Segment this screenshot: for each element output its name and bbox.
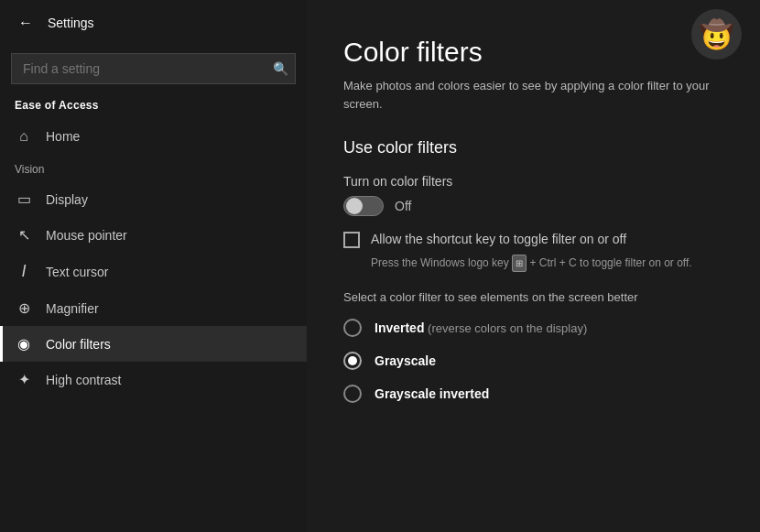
back-icon: ← [18,15,33,31]
search-input[interactable] [11,53,296,84]
filter-option-grayscale[interactable]: Grayscale [343,352,723,370]
sidebar-item-label: High contrast [46,373,121,387]
shortcut-hint: Press the Windows logo key ⊞ + Ctrl + C … [371,255,723,272]
search-icon-button[interactable]: 🔍 [273,61,288,76]
shortcut-checkbox-label: Allow the shortcut key to toggle filter … [371,231,626,249]
sidebar-item-label: Color filters [46,337,111,352]
sidebar-item-text-cursor[interactable]: I Text cursor [0,253,307,290]
search-icon: 🔍 [273,61,288,76]
title-bar: ← Settings [0,0,307,46]
radio-grayscale-inverted [343,385,362,403]
radio-inverted [343,319,362,337]
use-color-filters-heading: Use color filters [343,138,723,157]
text-cursor-icon: I [15,262,33,281]
vision-section-label: Vision [0,154,307,181]
toggle-label: Turn on color filters [343,174,723,189]
sidebar-item-label: Mouse pointer [46,228,127,243]
search-bar: 🔍 [11,53,296,84]
mouse-pointer-icon: ↖ [15,226,33,244]
filter-option-inverted[interactable]: Inverted (reverse colors on the display) [343,319,723,337]
magnifier-icon: ⊕ [15,299,33,317]
app-title: Settings [48,16,94,30]
color-filters-icon: ◉ [15,335,33,353]
sidebar-item-label: Home [46,129,80,144]
toggle-switch-row: Off [343,196,723,216]
sidebar-item-high-contrast[interactable]: ✦ High contrast [0,362,307,397]
sidebar-item-magnifier[interactable]: ⊕ Magnifier [0,290,307,326]
avatar-emoji: 🤠 [700,18,733,50]
radio-grayscale [343,352,362,370]
high-contrast-icon: ✦ [15,371,33,388]
back-button[interactable]: ← [15,11,37,35]
filter-select-label: Select a color filter to see elements on… [343,290,723,304]
windows-key-icon: ⊞ [512,255,527,272]
display-icon: ▭ [15,190,33,208]
sidebar-item-label: Magnifier [46,301,99,316]
ease-of-access-label: Ease of Access [0,95,307,119]
filter-label-grayscale-inverted: Grayscale inverted [375,386,489,401]
filter-label-grayscale: Grayscale [375,353,436,368]
toggle-knob [346,198,363,214]
shortcut-checkbox-row: Allow the shortcut key to toggle filter … [343,231,723,249]
sidebar-item-display[interactable]: ▭ Display [0,181,307,217]
sidebar-item-mouse-pointer[interactable]: ↖ Mouse pointer [0,217,307,253]
sidebar-item-color-filters[interactable]: ◉ Color filters [0,326,307,362]
color-filters-toggle[interactable] [343,196,384,216]
toggle-state-label: Off [395,199,411,213]
sidebar: ← Settings 🔍 Ease of Access ⌂ Home Visio… [0,0,307,532]
page-title: Color filters [343,37,723,68]
filter-label-inverted: Inverted (reverse colors on the display) [375,320,587,335]
sidebar-item-label: Display [46,192,88,207]
home-icon: ⌂ [15,128,33,145]
sidebar-item-home[interactable]: ⌂ Home [0,119,307,154]
sidebar-item-label: Text cursor [46,265,108,279]
avatar: 🤠 [691,9,742,60]
filter-option-grayscale-inverted[interactable]: Grayscale inverted [343,385,723,403]
main-content: 🤠 Color filters Make photos and colors e… [307,0,760,532]
shortcut-checkbox[interactable] [343,232,360,248]
page-description: Make photos and colors easier to see by … [343,77,723,113]
